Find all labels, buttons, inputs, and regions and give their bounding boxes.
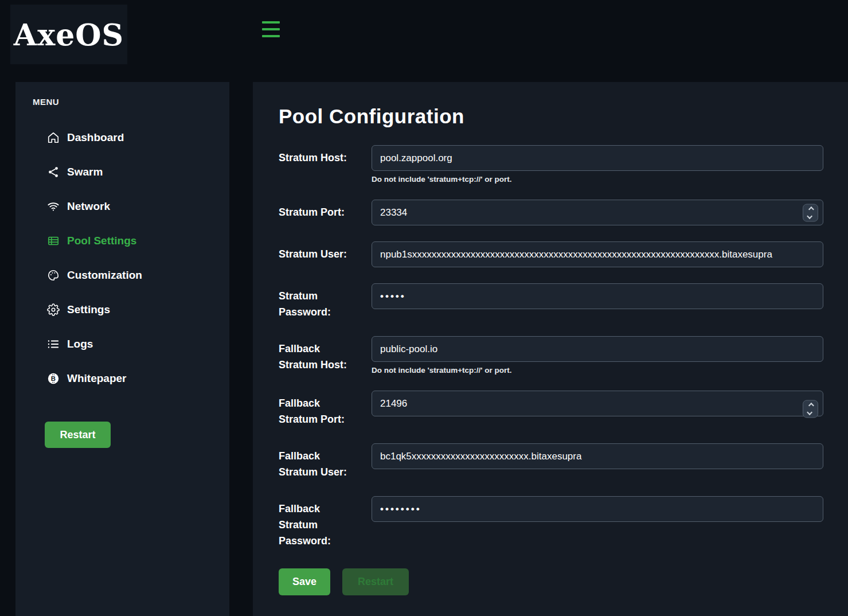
stratum-user-input[interactable]: [372, 241, 823, 267]
list-icon: [47, 338, 60, 350]
wifi-icon: [47, 200, 60, 213]
sidebar-item-label: Settings: [67, 303, 110, 316]
fallback-stratum-password-label: Fallback Stratum Password:: [279, 496, 359, 549]
sidebar-item-dashboard[interactable]: Dashboard: [15, 120, 229, 155]
fallback-stratum-user-row: Fallback Stratum User:: [279, 443, 823, 480]
stratum-port-row: Stratum Port:: [279, 200, 823, 225]
fallback-stratum-port-stepper[interactable]: [803, 400, 818, 418]
sidebar-restart-button[interactable]: Restart: [45, 422, 111, 448]
fallback-stratum-port-row: Fallback Stratum Port:: [279, 391, 823, 427]
stratum-password-label: Stratum Password:: [279, 283, 359, 320]
fallback-stratum-host-input[interactable]: [372, 336, 823, 362]
form-restart-button[interactable]: Restart: [342, 568, 409, 595]
palette-icon: [47, 269, 60, 282]
fallback-stratum-port-input[interactable]: [372, 391, 823, 416]
form-buttons: Save Restart: [279, 568, 823, 613]
save-button[interactable]: Save: [279, 568, 330, 595]
stratum-host-input[interactable]: [372, 145, 823, 171]
app-logo-text: AxeOS: [14, 17, 124, 52]
gear-icon: [47, 303, 60, 316]
chevron-down-icon: [807, 213, 812, 219]
sidebar-item-label: Whitepaper: [67, 372, 126, 385]
fallback-stratum-host-hint: Do not include 'stratum+tcp://' or port.: [372, 366, 823, 375]
sidebar-item-network[interactable]: Network: [15, 189, 229, 224]
sidebar-item-whitepaper[interactable]: B Whitepaper: [15, 361, 229, 396]
sidebar-item-label: Swarm: [67, 166, 103, 178]
stratum-host-label: Stratum Host:: [279, 145, 359, 184]
share-nodes-icon: [47, 166, 60, 178]
fallback-stratum-user-label: Fallback Stratum User:: [279, 443, 359, 480]
sidebar-item-customization[interactable]: Customization: [15, 258, 229, 293]
sidebar-item-pool-settings[interactable]: Pool Settings: [15, 224, 229, 258]
fallback-stratum-password-input[interactable]: [372, 496, 823, 522]
hamburger-bar: [262, 21, 280, 24]
pool-configuration-form: Stratum Host: Do not include 'stratum+tc…: [279, 145, 823, 613]
stratum-password-input[interactable]: [372, 283, 823, 309]
sidebar-nav: Dashboard Swarm Network Pool Settings: [15, 120, 229, 396]
stratum-host-row: Stratum Host: Do not include 'stratum+tc…: [279, 145, 823, 184]
fallback-stratum-host-label: Fallback Stratum Host:: [279, 336, 359, 375]
stratum-host-hint: Do not include 'stratum+tcp://' or port.: [372, 175, 823, 184]
stratum-user-label: Stratum User:: [279, 241, 359, 267]
fallback-stratum-user-input[interactable]: [372, 443, 823, 469]
sidebar-item-settings[interactable]: Settings: [15, 293, 229, 327]
sidebar-item-label: Customization: [67, 269, 142, 282]
sidebar-item-swarm[interactable]: Swarm: [15, 155, 229, 189]
bitcoin-icon: B: [47, 372, 60, 385]
home-icon: [47, 131, 60, 144]
chevron-up-icon: [808, 206, 814, 212]
stratum-port-input[interactable]: [372, 200, 823, 225]
menu-heading: MENU: [15, 97, 229, 107]
fallback-stratum-port-label: Fallback Stratum Port:: [279, 391, 359, 427]
stratum-port-label: Stratum Port:: [279, 200, 359, 225]
chevron-up-icon: [808, 403, 814, 408]
stratum-port-stepper[interactable]: [803, 204, 818, 221]
sidebar-item-label: Network: [67, 200, 110, 213]
fallback-stratum-password-row: Fallback Stratum Password:: [279, 496, 823, 549]
svg-text:B: B: [51, 375, 56, 382]
hamburger-bar: [262, 28, 280, 30]
chevron-down-icon: [807, 410, 812, 415]
hamburger-menu-button[interactable]: [262, 21, 280, 37]
stratum-password-row: Stratum Password:: [279, 283, 823, 320]
page-title: Pool Configuration: [279, 105, 823, 128]
sidebar-item-label: Pool Settings: [67, 235, 136, 247]
sidebar-item-label: Dashboard: [67, 131, 124, 144]
fallback-stratum-host-row: Fallback Stratum Host: Do not include 's…: [279, 336, 823, 375]
sidebar-item-label: Logs: [67, 338, 93, 350]
hamburger-bar: [262, 35, 280, 37]
app-header: AxeOS: [0, 0, 848, 82]
stratum-user-row: Stratum User:: [279, 241, 823, 267]
table-icon: [47, 235, 60, 247]
main-panel: Pool Configuration Stratum Host: Do not …: [253, 82, 848, 616]
sidebar: MENU Dashboard Swarm Network: [15, 82, 229, 616]
sidebar-item-logs[interactable]: Logs: [15, 327, 229, 361]
app-logo[interactable]: AxeOS: [10, 5, 127, 64]
